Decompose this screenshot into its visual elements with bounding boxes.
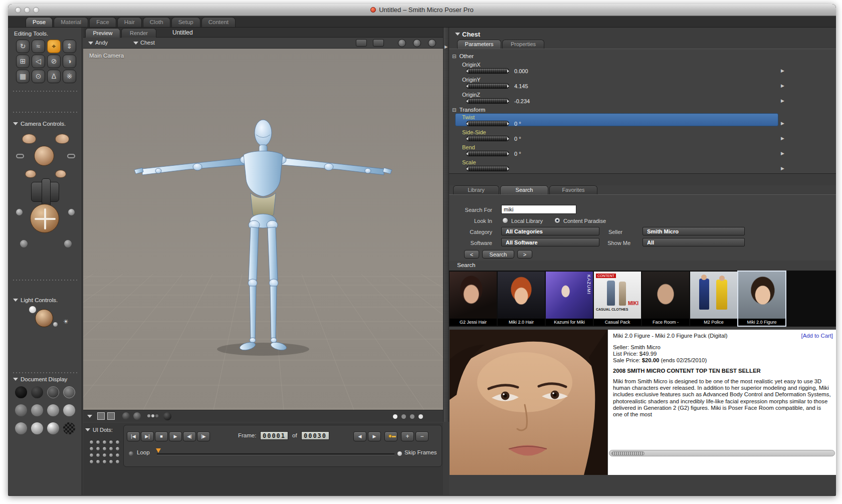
tab-render[interactable]: Render xyxy=(121,28,156,38)
display-style-smooth-shaded[interactable] xyxy=(15,422,27,434)
light-indicator-small[interactable] xyxy=(29,306,36,313)
detail-horizontal-scrollbar[interactable] xyxy=(609,450,835,456)
stop-button[interactable]: ■ xyxy=(155,431,168,441)
twist-menu-arrow-icon[interactable]: ▶ xyxy=(781,121,784,126)
taper-tool-button[interactable]: ◁ xyxy=(32,55,45,68)
tab-favorites[interactable]: Favorites xyxy=(549,185,597,194)
last-frame-button[interactable]: ▶| xyxy=(141,431,154,441)
side-side-menu-arrow-icon[interactable]: ▶ xyxy=(781,136,784,141)
bend-value[interactable]: 0 ° xyxy=(514,151,521,157)
display-style-lit-wireframe[interactable] xyxy=(15,404,27,416)
scale-dial[interactable] xyxy=(466,166,509,171)
tab-material[interactable]: Material xyxy=(54,17,88,27)
light-globe-control[interactable] xyxy=(35,309,53,327)
tab-search[interactable]: Search xyxy=(500,185,548,194)
content-paradise-radio[interactable] xyxy=(554,217,560,223)
next-keyframe-button[interactable]: ▶ xyxy=(368,431,381,441)
shadow-toggle-button[interactable] xyxy=(428,39,436,47)
collapse-triangle-icon[interactable] xyxy=(13,122,18,125)
view-pane-dot-1[interactable] xyxy=(393,414,397,419)
display-style-cartoon[interactable] xyxy=(63,404,75,416)
tab-hair[interactable]: Hair xyxy=(117,17,142,27)
originx-dial[interactable] xyxy=(466,68,509,74)
left-hand-camera-control[interactable] xyxy=(22,134,36,144)
originy-menu-arrow-icon[interactable]: ▶ xyxy=(781,83,784,88)
actor-menu[interactable]: Chest xyxy=(140,40,155,46)
actor-menu-triangle-icon[interactable] xyxy=(133,42,138,45)
ui-dot[interactable] xyxy=(96,453,100,457)
ui-dot[interactable] xyxy=(115,453,120,457)
timeline-position-marker[interactable] xyxy=(156,448,161,453)
result-thumbnail-face-room[interactable]: Face Room - xyxy=(642,272,689,326)
tab-parameters[interactable]: Parameters xyxy=(457,40,501,49)
bend-menu-arrow-icon[interactable]: ▶ xyxy=(781,151,784,156)
ui-dot[interactable] xyxy=(96,459,100,464)
view-magnifier-tool-button[interactable]: ⊙ xyxy=(32,70,45,83)
panel-divider[interactable]: ▶ xyxy=(443,28,449,422)
skip-frames-knob[interactable] xyxy=(397,451,402,456)
originz-menu-arrow-icon[interactable]: ▶ xyxy=(781,98,784,103)
ui-dot[interactable] xyxy=(115,446,120,451)
view-pane-dot-2[interactable] xyxy=(401,414,406,419)
camera-select-ball-right[interactable] xyxy=(68,209,75,215)
camera-select-ball-left[interactable] xyxy=(16,209,23,215)
light-indicator-tiny[interactable] xyxy=(53,322,58,327)
tracking-mode-button[interactable] xyxy=(413,39,421,47)
collapse-box-icon[interactable]: ⊟ xyxy=(452,54,456,59)
scale-tool-button[interactable]: ⊞ xyxy=(16,55,30,68)
trackball-camera-control[interactable] xyxy=(30,204,59,233)
delete-keyframe-button[interactable]: − xyxy=(415,431,429,441)
result-thumbnail-miki-20-hair[interactable]: Miki 2.0 Hair xyxy=(498,272,545,326)
panel-collapse-arrow-icon[interactable]: ▶ xyxy=(445,45,448,49)
add-to-cart-link[interactable]: [Add to Cart] xyxy=(801,333,833,339)
current-frame-field[interactable]: 00001 xyxy=(260,431,288,440)
right-hand-part-control[interactable] xyxy=(55,170,66,178)
translate-inout-tool-button[interactable]: ⇕ xyxy=(63,40,76,53)
direct-manipulation-tool-button[interactable]: ※ xyxy=(63,70,76,83)
actor-collapse-triangle-icon[interactable] xyxy=(455,33,460,36)
ui-dot[interactable] xyxy=(109,459,113,464)
ui-dot[interactable] xyxy=(96,446,100,451)
add-keyframe-button[interactable]: + xyxy=(401,431,414,441)
content-paradise-radio-label[interactable]: Content Paradise xyxy=(563,218,606,224)
tab-library[interactable]: Library xyxy=(453,185,499,194)
prev-keyframe-button[interactable]: ◀ xyxy=(353,431,366,441)
left-hand-part-control[interactable] xyxy=(25,170,36,178)
tracking-ball-button[interactable] xyxy=(163,412,171,420)
skip-frames-label[interactable]: Skip Frames xyxy=(404,449,437,455)
light-sun-icon[interactable]: ☀ xyxy=(63,318,69,325)
collapse-triangle-icon[interactable] xyxy=(13,299,18,302)
dolly-camera-link-icon[interactable] xyxy=(67,154,75,158)
figure-menu[interactable]: Andy xyxy=(95,40,108,46)
result-thumbnail-kazumi-for-miki[interactable]: KAZUMI Kazumi for Miki xyxy=(546,272,593,326)
camera-dots-button[interactable] xyxy=(356,39,367,47)
preview-3d-canvas[interactable]: Main Camera xyxy=(83,49,443,410)
originx-menu-arrow-icon[interactable]: ▶ xyxy=(781,68,784,73)
group-transform[interactable]: ⊟Transform xyxy=(452,107,485,113)
tab-face[interactable]: Face xyxy=(89,17,116,27)
tracking-dot-2[interactable] xyxy=(151,414,154,417)
figure-menu-triangle-icon[interactable] xyxy=(88,42,93,45)
side-side-dial[interactable] xyxy=(466,136,509,141)
ui-dot[interactable] xyxy=(89,459,94,464)
twist-value[interactable]: 0 ° xyxy=(514,121,521,127)
ui-dot[interactable] xyxy=(96,440,100,444)
twist-dial[interactable] xyxy=(466,121,509,126)
scale-ball-right[interactable] xyxy=(64,240,72,247)
ui-dot[interactable] xyxy=(102,459,107,464)
display-ball-1[interactable] xyxy=(122,412,130,420)
show-me-dropdown[interactable]: All xyxy=(643,238,745,246)
seller-dropdown[interactable]: Smith Micro xyxy=(643,227,745,235)
display-menu-triangle-icon[interactable] xyxy=(87,415,92,418)
display-style-texture-shaded[interactable] xyxy=(63,422,75,434)
display-style-outline[interactable] xyxy=(31,386,43,398)
scale-menu-arrow-icon[interactable]: ▶ xyxy=(781,166,784,171)
tab-properties[interactable]: Properties xyxy=(502,40,544,49)
local-library-radio-label[interactable]: Local Library xyxy=(511,218,543,224)
right-hand-camera-control[interactable] xyxy=(55,134,69,144)
search-input[interactable] xyxy=(501,205,576,214)
tracking-dot-3[interactable] xyxy=(155,414,158,417)
timeline-track[interactable] xyxy=(157,453,394,455)
camera-flyaround-button[interactable] xyxy=(373,39,384,47)
first-frame-button[interactable]: |◀ xyxy=(127,431,140,441)
